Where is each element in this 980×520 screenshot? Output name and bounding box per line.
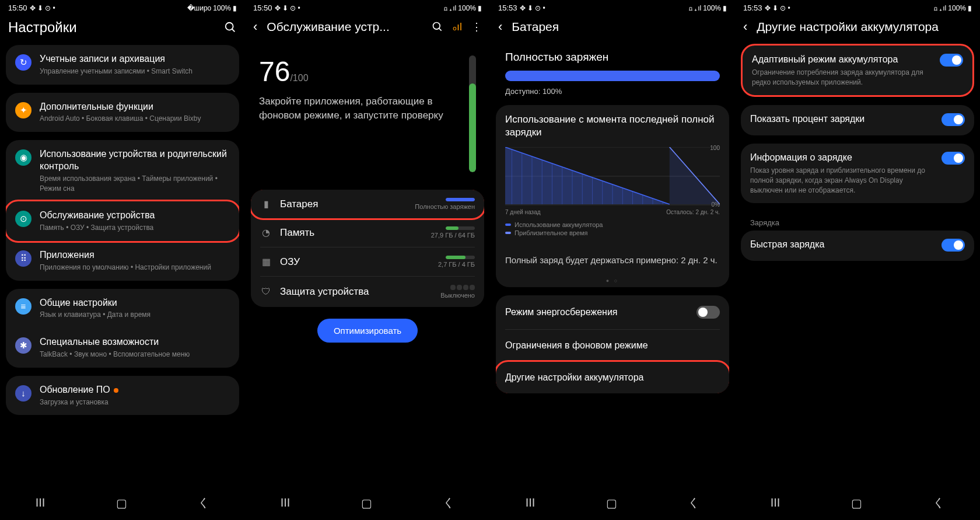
- settings-item[interactable]: ✦ Дополнительные функции Android Auto • …: [6, 93, 239, 132]
- item-icon: ✦: [15, 102, 32, 118]
- settings-item[interactable]: ↓ Обновление ПО Загрузка и установка: [6, 376, 239, 416]
- page-title: Батарея: [512, 20, 727, 34]
- nav-recents[interactable]: III: [18, 494, 63, 512]
- setting-toggle[interactable]: [942, 113, 965, 126]
- option-title: Другие настройки аккумулятора: [505, 372, 720, 383]
- item-icon: ✱: [15, 337, 32, 354]
- search-icon[interactable]: [432, 21, 443, 33]
- item-icon: ▦: [260, 256, 272, 267]
- fast-charging-toggle[interactable]: [942, 239, 965, 252]
- nav-back[interactable]: く: [180, 493, 227, 513]
- header: Настройки: [0, 13, 245, 45]
- setting-subtitle: Показ уровня заряда и приблизительного в…: [750, 166, 935, 195]
- nav-bar: III ▢ く: [0, 486, 245, 520]
- device-care-item[interactable]: ◔ Память 27,9 ГБ / 64 ГБ: [251, 218, 484, 247]
- chart-icon[interactable]: ₒıl: [453, 20, 462, 33]
- option-toggle[interactable]: [696, 306, 720, 319]
- item-bar: [446, 226, 475, 230]
- settings-item[interactable]: ⠿ Приложения Приложения по умолчанию • Н…: [6, 241, 239, 281]
- battery-setting-item[interactable]: Показать процент зарядки: [741, 105, 974, 135]
- status-bar: 15:50 ✥ ⬇ ⊙ • ⩍ ₊ıl100%▮: [245, 0, 490, 13]
- settings-group: ✦ Дополнительные функции Android Auto • …: [6, 93, 239, 132]
- chart-y-100: 100: [710, 145, 720, 151]
- battery-setting-item[interactable]: Адаптивный режим аккумулятораОграничение…: [743, 46, 972, 95]
- score-max: /100: [290, 73, 308, 83]
- device-care-item[interactable]: 🛡 Защита устройства Выключено: [251, 277, 484, 307]
- back-button[interactable]: ‹: [743, 19, 747, 34]
- wifi-icon: ⩍ ₊ıl: [689, 4, 701, 12]
- item-icon: 🛡: [260, 287, 272, 297]
- battery-options: Режим энергосбереженияОграничения в фоно…: [496, 295, 729, 393]
- item-subtitle: Загрузка и установка: [40, 397, 230, 407]
- nav-back[interactable]: く: [915, 493, 962, 513]
- status-battery: 100%: [213, 4, 231, 12]
- settings-item[interactable]: ≡ Общие настройки Язык и клавиатура • Да…: [6, 289, 239, 329]
- legend-usage: Использование аккумулятора: [514, 221, 603, 228]
- item-icon: ≡: [15, 298, 32, 315]
- screen-more-battery: 15:53 ✥ ⬇ ⊙ • ⩍ ₊ıl100%▮ ‹ Другие настро…: [735, 0, 980, 520]
- nav-home[interactable]: ▢: [589, 494, 635, 512]
- legend-dot-usage: [505, 224, 511, 226]
- device-care-list: ▮ Батарея Полностью заряжен◔ Память 27,9…: [251, 190, 484, 307]
- search-icon[interactable]: [224, 21, 237, 34]
- page-title: Настройки: [8, 19, 215, 36]
- item-icon: ◔: [260, 227, 272, 238]
- item-title: Дополнительные функции: [40, 101, 230, 113]
- svg-point-0: [226, 23, 233, 30]
- item-status: 2,7 ГБ / 4 ГБ: [438, 261, 475, 268]
- usage-card[interactable]: Использование с момента последней полной…: [496, 105, 729, 287]
- wifi-icon: �широ: [187, 4, 212, 12]
- setting-toggle[interactable]: [942, 152, 965, 165]
- settings-group: ◉ Использование устройства и родительски…: [6, 140, 239, 280]
- nav-home[interactable]: ▢: [99, 494, 145, 512]
- nav-recents[interactable]: III: [508, 494, 553, 512]
- nav-bar: III ▢ く: [245, 486, 490, 520]
- device-care-content: 76/100 Закройте приложения, работающие в…: [245, 44, 490, 486]
- item-subtitle: TalkBack • Звук моно • Вспомогательное м…: [40, 350, 230, 360]
- settings-item[interactable]: ⊙ Обслуживание устройства Память • ОЗУ •…: [6, 201, 239, 241]
- battery-setting-card: Показать процент зарядки: [741, 105, 974, 135]
- battery-option[interactable]: Другие настройки аккумулятора: [496, 362, 729, 393]
- battery-icon: ▮: [233, 4, 237, 12]
- item-title: Использование устройства и родительский …: [40, 148, 230, 173]
- more-icon[interactable]: ⋮: [471, 20, 482, 33]
- back-button[interactable]: ‹: [253, 19, 257, 34]
- fast-charging-item[interactable]: Быстрая зарядка: [741, 231, 974, 261]
- battery-setting-item[interactable]: Информация о зарядкеПоказ уровня заряда …: [741, 144, 974, 203]
- nav-recents[interactable]: III: [753, 494, 798, 512]
- nav-back[interactable]: く: [670, 493, 717, 513]
- item-title: Учетные записи и архивация: [40, 53, 230, 65]
- battery-option[interactable]: Режим энергосбережения: [496, 295, 729, 329]
- status-battery: 100%: [703, 4, 721, 12]
- optimize-button[interactable]: Оптимизировать: [317, 319, 418, 343]
- score-message: Закройте приложения, работающие в фоново…: [259, 95, 459, 123]
- item-title: Обновление ПО: [40, 384, 230, 396]
- item-icon: ↓: [15, 385, 32, 402]
- setting-toggle[interactable]: [940, 54, 963, 67]
- item-title: Обслуживание устройства: [40, 210, 230, 222]
- nav-home[interactable]: ▢: [834, 494, 880, 512]
- settings-item[interactable]: ◉ Использование устройства и родительски…: [6, 140, 239, 201]
- battery-icon: ▮: [723, 4, 727, 12]
- battery-icon: ▮: [968, 4, 972, 12]
- settings-item[interactable]: ✱ Специальные возможности TalkBack • Зву…: [6, 328, 239, 368]
- item-subtitle: Управление учетными записями • Smart Swi…: [40, 67, 230, 76]
- chart-y-0: 0%: [712, 201, 720, 208]
- nav-home[interactable]: ▢: [344, 494, 390, 512]
- setting-title: Информация о зарядке: [750, 152, 935, 164]
- wifi-icon: ⩍ ₊ıl: [934, 4, 946, 12]
- device-care-item[interactable]: ▦ ОЗУ 2,7 ГБ / 4 ГБ: [251, 247, 484, 276]
- item-status: Полностью заряжен: [415, 203, 475, 210]
- item-bar: [446, 198, 475, 201]
- nav-back[interactable]: く: [425, 493, 472, 513]
- settings-group: ≡ Общие настройки Язык и клавиатура • Да…: [6, 289, 239, 368]
- settings-item[interactable]: ↻ Учетные записи и архивация Управление …: [6, 45, 239, 85]
- svg-line-3: [439, 29, 442, 31]
- item-icon: ↻: [15, 54, 32, 71]
- score-section: 76/100 Закройте приложения, работающие в…: [251, 44, 484, 190]
- back-button[interactable]: ‹: [498, 19, 502, 34]
- device-care-item[interactable]: ▮ Батарея Полностью заряжен: [251, 190, 484, 218]
- page-title: Обслуживание устр...: [267, 20, 422, 34]
- battery-option[interactable]: Ограничения в фоновом режиме: [496, 330, 729, 361]
- nav-recents[interactable]: III: [263, 494, 308, 512]
